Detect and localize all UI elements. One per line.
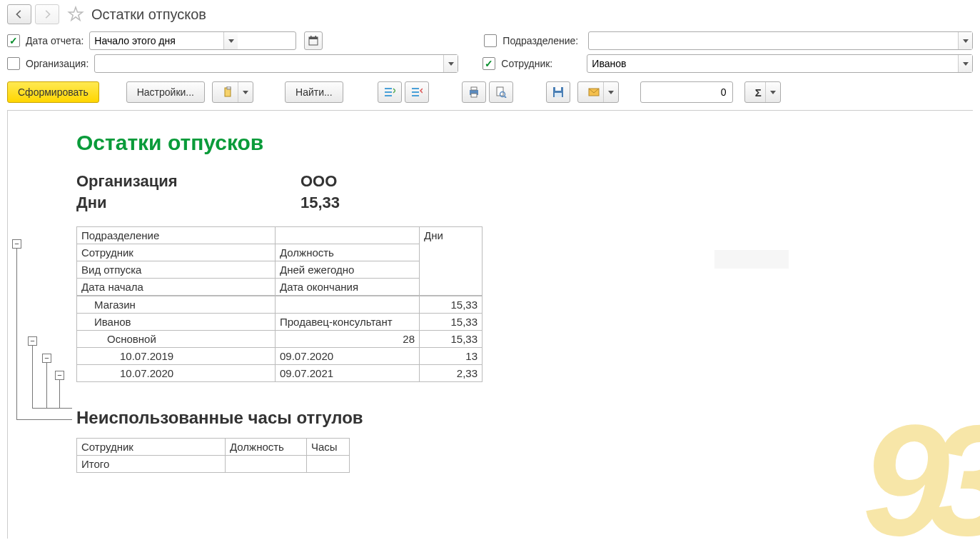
settings-button-label: Настройки...: [137, 86, 194, 98]
table-row: Магазин15,33: [77, 296, 483, 314]
filter-row-1: Дата отчета: Подразделение:: [0, 30, 980, 53]
data-cell: 15,33: [420, 331, 483, 348]
report-date-combo[interactable]: [89, 31, 296, 50]
summary-days-label: Дни: [76, 194, 300, 212]
hdr-cell: Дней ежегодно: [276, 261, 420, 279]
svg-rect-11: [412, 95, 419, 96]
settings-button[interactable]: Настройки...: [126, 81, 205, 103]
toolbar: Сформировать Настройки... Найти...: [0, 76, 980, 110]
numeric-input[interactable]: [640, 81, 733, 103]
hdr-cell: [276, 227, 420, 244]
hdr-cell: Дата окончания: [276, 279, 420, 296]
data-cell: 10.07.2019: [77, 348, 276, 365]
table-row: Итого: [77, 456, 350, 473]
sec2-hdr-cell: Должность: [226, 439, 307, 456]
collapse-level-1[interactable]: −: [28, 336, 37, 346]
arrow-right-icon: [42, 9, 52, 19]
hdr-cell: Дата начала: [77, 279, 276, 296]
svg-rect-6: [385, 88, 392, 89]
employee-input[interactable]: [587, 55, 958, 72]
report-date-input[interactable]: [90, 32, 223, 49]
collapse-level-3[interactable]: −: [55, 371, 64, 380]
calendar-icon: [308, 36, 318, 46]
data-cell: [276, 296, 420, 314]
summary-org-label: Организация: [76, 172, 300, 191]
table-row: 10.07.202009.07.20212,33: [77, 365, 483, 382]
svg-rect-13: [471, 87, 477, 90]
data-cell: 15,33: [420, 314, 483, 331]
collapse-all-button[interactable]: [405, 81, 429, 103]
table-row: Сотрудник Должность Часы: [77, 439, 350, 456]
preview-button[interactable]: [489, 81, 513, 103]
section2-table: Сотрудник Должность Часы Итого: [76, 438, 350, 473]
sec2-hdr-cell: Часы: [307, 439, 350, 456]
subdivision-combo[interactable]: [588, 31, 973, 50]
employee-dropdown[interactable]: [958, 55, 972, 72]
filter-row-2: Организация: Сотрудник:: [0, 53, 980, 76]
calendar-button[interactable]: [304, 31, 323, 50]
data-cell: Иванов: [77, 314, 276, 331]
subdivision-label: Подразделение:: [502, 35, 578, 46]
collapse-level-0[interactable]: −: [12, 239, 21, 249]
report-date-dropdown[interactable]: [223, 32, 238, 49]
data-table: Магазин15,33ИвановПродавец-консультант15…: [76, 296, 483, 382]
send-button[interactable]: [577, 81, 619, 103]
report-date-checkbox[interactable]: [7, 34, 20, 47]
table-row: Подразделение Дни: [77, 227, 483, 244]
organization-dropdown[interactable]: [443, 55, 458, 72]
sum-button[interactable]: Σ: [744, 81, 781, 103]
table-row: 10.07.201909.07.202013: [77, 348, 483, 365]
subdivision-dropdown[interactable]: [958, 32, 972, 49]
printer-icon: [468, 86, 480, 98]
send-dropdown-icon: [603, 82, 614, 102]
find-button-label: Найти...: [295, 86, 333, 98]
collapse-level-2[interactable]: −: [42, 354, 51, 363]
print-button[interactable]: [462, 81, 486, 103]
paste-icon: [223, 86, 234, 98]
svg-rect-1: [309, 37, 318, 39]
sec2-cell: [307, 456, 350, 473]
svg-rect-20: [555, 93, 562, 97]
collapse-tree-icon: [411, 86, 423, 98]
organization-combo[interactable]: [94, 54, 458, 73]
nav-forward-button[interactable]: [35, 4, 59, 24]
hdr-cell: Подразделение: [77, 227, 276, 244]
table-row: Основной2815,33: [77, 331, 483, 348]
hdr-cell: Сотрудник: [77, 244, 276, 261]
header-table: Подразделение Дни Сотрудник Должность Ви…: [76, 226, 483, 296]
subdivision-input[interactable]: [589, 32, 958, 49]
generate-button-label: Сформировать: [18, 86, 89, 98]
report-title: Остатки отпусков: [76, 131, 973, 155]
favorite-star-icon[interactable]: [67, 6, 84, 23]
hdr-cell: Дни: [420, 227, 483, 296]
section2-title: Неиспользованные часы отгулов: [76, 408, 973, 428]
generate-button[interactable]: Сформировать: [7, 81, 99, 103]
svg-rect-8: [385, 95, 392, 96]
find-button[interactable]: Найти...: [285, 81, 343, 103]
arrow-left-icon: [14, 9, 24, 19]
summary-org-value: ООО: [300, 172, 337, 191]
svg-rect-19: [555, 87, 561, 91]
variant-button[interactable]: [212, 81, 253, 103]
save-button[interactable]: [546, 81, 570, 103]
svg-rect-9: [412, 88, 419, 89]
svg-rect-14: [471, 94, 477, 97]
overlay-box: [714, 250, 789, 269]
sum-dropdown-icon: [765, 82, 776, 102]
svg-rect-3: [315, 36, 317, 38]
report-body: Остатки отпусков Организация ООО Дни 15,…: [74, 111, 973, 539]
data-cell: 13: [420, 348, 483, 365]
employee-combo[interactable]: [587, 54, 973, 73]
nav-back-button[interactable]: [7, 4, 31, 24]
employee-checkbox[interactable]: [483, 57, 495, 70]
tree-gutter: − − − −: [8, 111, 74, 539]
subdivision-checkbox[interactable]: [484, 34, 497, 47]
organization-input[interactable]: [95, 55, 443, 72]
sec2-total-label: Итого: [77, 456, 226, 473]
summary-organization: Организация ООО: [76, 172, 973, 191]
summary-days: Дни 15,33: [76, 194, 973, 212]
page-magnifier-icon: [495, 86, 507, 98]
organization-checkbox[interactable]: [7, 57, 20, 70]
expand-all-button[interactable]: [378, 81, 402, 103]
table-row: ИвановПродавец-консультант15,33: [77, 314, 483, 331]
